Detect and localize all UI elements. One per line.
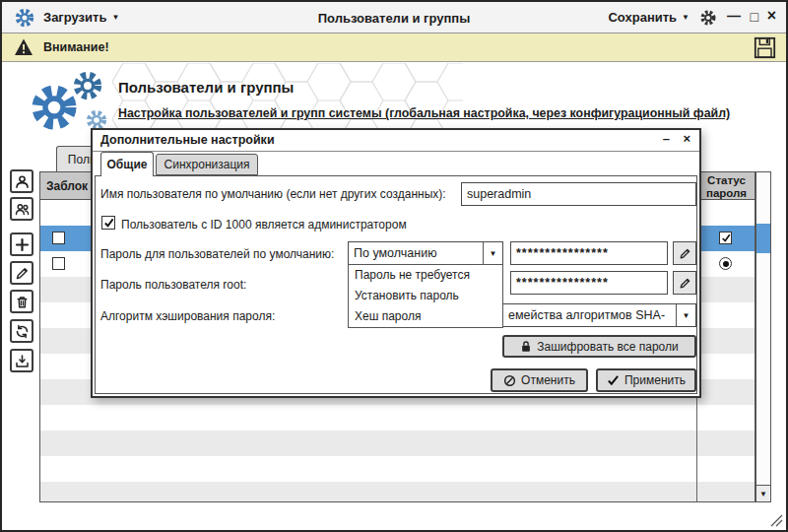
scrollbar-thumb[interactable]	[756, 224, 770, 253]
warning-triangle-icon	[14, 37, 33, 57]
dropdown-option[interactable]: Пароль не требуется	[349, 265, 502, 286]
settings-gear-icon[interactable]	[699, 9, 717, 27]
trash-icon	[15, 295, 30, 309]
column-blocked-label: Заблок	[46, 179, 88, 193]
user-button[interactable]	[10, 169, 33, 193]
table-row[interactable]	[40, 431, 755, 456]
maximize-button[interactable]: □	[751, 9, 758, 25]
save-button[interactable]: Сохранить ▼	[608, 10, 690, 25]
password-status-checkbox-checked[interactable]	[719, 232, 732, 244]
hexagon-pattern	[112, 63, 463, 132]
page-title: Пользователи и группы	[118, 79, 294, 96]
dialog-titlebar[interactable]: Дополнительные настройки – ×	[93, 130, 699, 152]
arrow-down-icon: ▼	[759, 490, 767, 499]
blocked-checkbox[interactable]	[52, 257, 65, 270]
dropdown-option[interactable]: Установить пароль	[349, 286, 502, 306]
password-status-radio-selected[interactable]	[719, 257, 732, 270]
refresh-button[interactable]	[10, 319, 33, 343]
download-icon	[15, 354, 30, 368]
blocked-checkbox[interactable]	[52, 232, 65, 244]
minimize-button[interactable]: —	[727, 8, 741, 24]
groups-button[interactable]	[10, 197, 33, 221]
dropdown-option[interactable]: Хеш пароля	[349, 306, 502, 327]
titlebar: Загрузить ▼ Пользователи и группы Сохран…	[2, 2, 786, 33]
password-mode-dropdown-list: Пароль не требуется Установить пароль Хе…	[348, 264, 503, 328]
settings-dialog: Дополнительные настройки – × Общие Синхр…	[91, 128, 701, 398]
warning-bar: Внимание!	[2, 33, 786, 62]
resize-grip[interactable]	[770, 514, 783, 527]
table-row[interactable]	[40, 405, 755, 431]
plus-icon	[15, 237, 30, 252]
status-bar	[2, 502, 786, 530]
users-group-icon	[15, 202, 30, 217]
tab-general[interactable]: Общие	[100, 152, 154, 176]
app-window: Загрузить ▼ Пользователи и группы Сохран…	[0, 0, 788, 532]
page-subtitle: Настройка пользователей и групп системы …	[118, 106, 730, 120]
warning-text: Внимание!	[43, 40, 109, 54]
table-row[interactable]	[40, 456, 755, 482]
pencil-icon	[15, 266, 30, 281]
column-password-status-label: Статус пароля	[697, 174, 755, 200]
table-row[interactable]	[40, 482, 755, 502]
vertical-scrollbar[interactable]: ▼	[755, 171, 771, 502]
tab-synchronization[interactable]: Синхронизация	[156, 154, 258, 175]
save-button-label: Сохранить	[608, 10, 677, 25]
delete-button[interactable]	[10, 290, 33, 313]
dialog-minimize-button[interactable]: –	[663, 131, 670, 146]
scrollbar-down-button[interactable]: ▼	[756, 485, 770, 501]
tab-synchronization-label: Синхронизация	[164, 158, 250, 171]
save-disk-icon[interactable]	[754, 36, 776, 59]
edit-button[interactable]	[10, 261, 33, 285]
add-button[interactable]	[10, 233, 33, 256]
refresh-icon	[15, 324, 30, 339]
export-button[interactable]	[10, 349, 33, 372]
chevron-down-icon: ▼	[682, 13, 690, 22]
dialog-title: Дополнительные настройки	[100, 133, 275, 147]
close-button[interactable]: ×	[767, 7, 776, 25]
user-icon	[15, 174, 30, 189]
dialog-close-button[interactable]: ×	[683, 131, 690, 146]
tab-general-label: Общие	[107, 158, 148, 171]
